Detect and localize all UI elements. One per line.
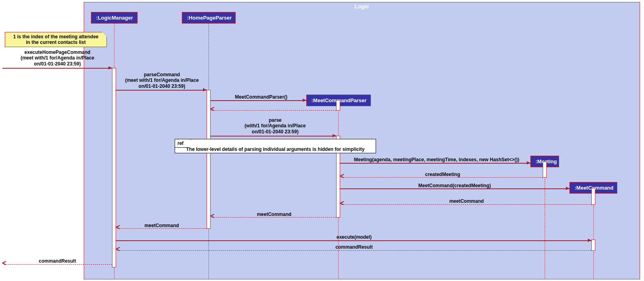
ref-text: The lower-level details of parsing indiv… bbox=[175, 146, 376, 152]
msg-ret-meetcmd-3: meetCommand bbox=[117, 223, 207, 228]
arrowhead-ret-meetcmd-1 bbox=[340, 203, 344, 207]
arrow-ret-meetcmd-3 bbox=[117, 228, 207, 229]
msg-ret-cmdresult-2: commandResult bbox=[3, 258, 112, 264]
msg-parsecommand-args1: (meet with/1 for/Agenda in/Place bbox=[118, 77, 206, 83]
arrow-meetcmd-ctor bbox=[340, 188, 569, 189]
participant-logicmanager-label: :LogicManager bbox=[96, 15, 133, 21]
arrowhead-ret-meetcmd-2 bbox=[211, 216, 215, 220]
arrowhead-mcp-ctor bbox=[303, 99, 306, 102]
activation-homepageparser bbox=[207, 90, 211, 229]
participant-homepageparser-label: :HomePageParser bbox=[187, 15, 232, 21]
arrowhead-parsecommand bbox=[203, 88, 207, 91]
arrow-ret-cmdresult-2 bbox=[4, 264, 112, 265]
arrow-ret-cmdresult-1 bbox=[117, 250, 591, 251]
msg-parse: parse (with/1 for/Agenda in/Place on/01-… bbox=[223, 117, 327, 135]
arrow-ret-meetcmd-1 bbox=[341, 204, 591, 205]
msg-ret-cmdresult-1: commandResult bbox=[117, 244, 591, 250]
arrowhead-ret-meetcmd-3 bbox=[116, 227, 120, 231]
msg-parsecommand: parseCommand (meet with/1 for/Agenda in/… bbox=[118, 72, 206, 89]
frame-title: Logic bbox=[354, 3, 369, 10]
arrow-meeting-ctor bbox=[340, 163, 530, 164]
msg-execute-args2: on/01-01-2040 23:59) bbox=[4, 61, 111, 67]
msg-createdmeeting: createdMeeting bbox=[343, 172, 542, 177]
note-box: 1 is the index of the meeting attendee i… bbox=[5, 32, 107, 47]
arrowhead-meetcmd-ctor bbox=[566, 187, 569, 190]
arrow-mcp-ctor-return bbox=[211, 110, 336, 111]
msg-ret-meetcmd-1: meetCommand bbox=[343, 198, 590, 204]
arrowhead-ret-cmdresult-2 bbox=[2, 263, 6, 267]
msg-execute-args1: (meet with/1 for/Agenda in/Place bbox=[4, 55, 111, 61]
participant-homepageparser: :HomePageParser bbox=[182, 12, 236, 24]
arrowhead-meeting-ctor bbox=[527, 161, 530, 164]
arrow-mcp-ctor bbox=[211, 100, 306, 101]
activation-meetcommand-1 bbox=[591, 188, 595, 205]
activation-logicmanager bbox=[112, 68, 116, 267]
arrowhead-execute bbox=[108, 66, 112, 69]
arrowhead-mcp-ctor-return bbox=[211, 109, 215, 113]
arrowhead-ret-cmdresult-1 bbox=[116, 249, 120, 253]
activation-meetcommand-2 bbox=[591, 239, 595, 251]
arrow-execute bbox=[2, 68, 112, 69]
activation-meetcommandparser-1 bbox=[336, 100, 340, 111]
msg-parsecommand-args2: on/01-01-2040 23:59) bbox=[118, 83, 206, 89]
msg-parse-args1: (with/1 for/Agenda in/Place bbox=[223, 123, 327, 129]
ref-fragment: ref The lower-level details of parsing i… bbox=[175, 139, 376, 153]
msg-parsecommand-title: parseCommand bbox=[118, 72, 206, 77]
arrowhead-execute-model bbox=[588, 239, 591, 242]
msg-ret-meetcmd-2: meetCommand bbox=[211, 212, 337, 217]
msg-parse-args2: on/01-01-2040 23:59) bbox=[223, 129, 327, 135]
arrowhead-parse bbox=[333, 134, 336, 137]
msg-parse-title: parse bbox=[223, 117, 327, 123]
note-line1: 1 is the index of the meeting attendee bbox=[8, 34, 103, 40]
participant-logicmanager: :LogicManager bbox=[91, 12, 138, 24]
arrow-parse bbox=[211, 136, 336, 137]
msg-mcp-ctor: MeetCommandParser() bbox=[219, 94, 303, 100]
msg-execute-model: execute(model) bbox=[117, 234, 591, 240]
msg-meetcmd-ctor: MeetCommand(createdMeeting) bbox=[343, 183, 566, 188]
note-line2: in the current contacts list bbox=[8, 40, 103, 45]
arrow-createdmeeting bbox=[341, 177, 543, 178]
lifeline-meetcommand bbox=[593, 193, 594, 279]
msg-execute: executeHomePageCommand (meet with/1 for/… bbox=[4, 49, 111, 67]
msg-execute-title: executeHomePageCommand bbox=[4, 49, 111, 55]
arrow-ret-meetcmd-2 bbox=[212, 217, 336, 218]
arrow-execute-model bbox=[116, 240, 591, 241]
arrow-parsecommand bbox=[116, 90, 207, 91]
activation-meeting bbox=[543, 162, 547, 178]
arrowhead-createdmeeting bbox=[340, 176, 344, 180]
msg-meeting-ctor: Meeting(agenda, meetingPlace, meetingTim… bbox=[343, 157, 530, 162]
